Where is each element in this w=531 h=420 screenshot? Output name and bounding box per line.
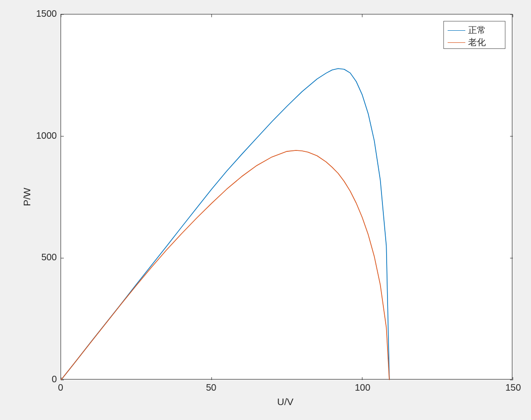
series-line-0 bbox=[61, 68, 389, 380]
legend-item-normal[interactable]: 正常 bbox=[448, 24, 486, 36]
y-axis-label: P/W bbox=[21, 188, 33, 206]
legend-box[interactable]: 正常 老化 bbox=[443, 21, 505, 49]
legend-item-aging[interactable]: 老化 bbox=[448, 36, 486, 48]
y-tick-3: 1500 bbox=[36, 8, 57, 19]
legend-swatch-aging bbox=[448, 42, 465, 43]
legend-swatch-normal bbox=[448, 30, 465, 31]
series-line-1 bbox=[61, 150, 389, 380]
figure: 正常 老化 0 50 100 150 0 500 1000 1500 U/V P… bbox=[0, 0, 531, 420]
axes-area[interactable]: 正常 老化 bbox=[61, 14, 512, 379]
y-tick-0: 0 bbox=[52, 374, 57, 385]
y-tick-2: 1000 bbox=[36, 130, 57, 141]
x-tick-2: 100 bbox=[355, 382, 369, 393]
x-axis-label: U/V bbox=[277, 396, 293, 407]
plot-svg bbox=[61, 14, 513, 380]
x-tick-3: 150 bbox=[505, 382, 519, 393]
legend-label-normal: 正常 bbox=[468, 24, 486, 36]
legend-label-aging: 老化 bbox=[468, 36, 486, 48]
x-tick-1: 50 bbox=[204, 382, 218, 393]
y-tick-1: 500 bbox=[41, 252, 57, 263]
